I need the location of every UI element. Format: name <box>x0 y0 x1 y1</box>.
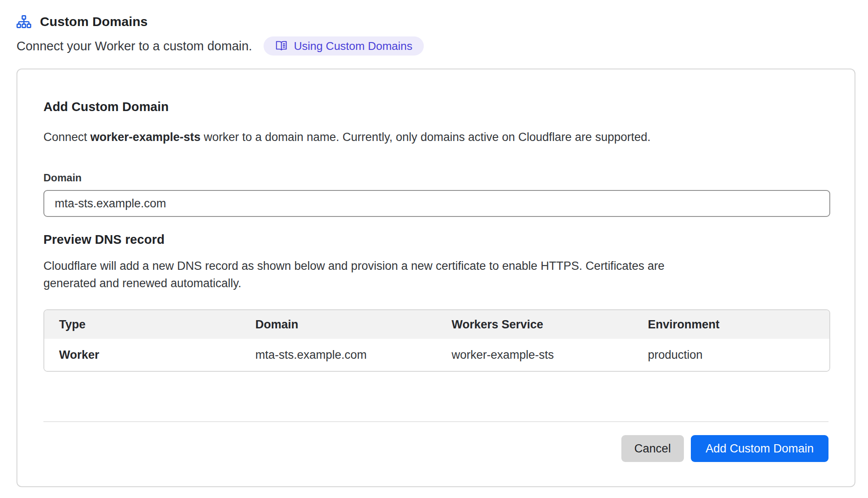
footer-divider <box>43 421 828 422</box>
cell-type: Worker <box>44 339 241 371</box>
cell-workers-service: worker-example-sts <box>437 339 633 371</box>
page-subtitle: Connect your Worker to a custom domain. <box>17 39 252 53</box>
column-header-type: Type <box>44 310 241 339</box>
domain-input[interactable] <box>43 190 830 217</box>
custom-domains-page: Custom Domains Connect your Worker to a … <box>0 0 868 487</box>
preview-dns-heading: Preview DNS record <box>43 233 828 247</box>
column-header-domain: Domain <box>241 310 437 339</box>
add-custom-domain-button[interactable]: Add Custom Domain <box>691 435 828 462</box>
card-heading: Add Custom Domain <box>43 100 828 114</box>
table-row: Worker mta-sts.example.com worker-exampl… <box>44 339 829 371</box>
table-header-row: Type Domain Workers Service Environment <box>44 310 829 339</box>
cell-environment: production <box>633 339 829 371</box>
page-title: Custom Domains <box>40 14 148 29</box>
book-open-icon <box>275 39 288 53</box>
page-header: Custom Domains <box>17 12 851 31</box>
card-intro-text: Connect worker-example-sts worker to a d… <box>43 131 828 144</box>
doc-link-label: Using Custom Domains <box>294 39 413 53</box>
cancel-button[interactable]: Cancel <box>621 435 684 462</box>
worker-name: worker-example-sts <box>90 131 201 144</box>
footer-actions: Cancel Add Custom Domain <box>43 435 828 462</box>
using-custom-domains-doc-link[interactable]: Using Custom Domains <box>264 36 424 56</box>
sitemap-icon <box>17 15 31 28</box>
column-header-workers-service: Workers Service <box>437 310 633 339</box>
add-custom-domain-card: Add Custom Domain Connect worker-example… <box>17 69 855 487</box>
preview-dns-description: Cloudflare will add a new DNS record as … <box>43 257 690 292</box>
column-header-environment: Environment <box>633 310 829 339</box>
cell-domain: mta-sts.example.com <box>241 339 437 371</box>
domain-field-label: Domain <box>43 172 828 184</box>
page-subheader: Connect your Worker to a custom domain. … <box>17 36 851 56</box>
dns-preview-table: Type Domain Workers Service Environment … <box>43 309 830 372</box>
